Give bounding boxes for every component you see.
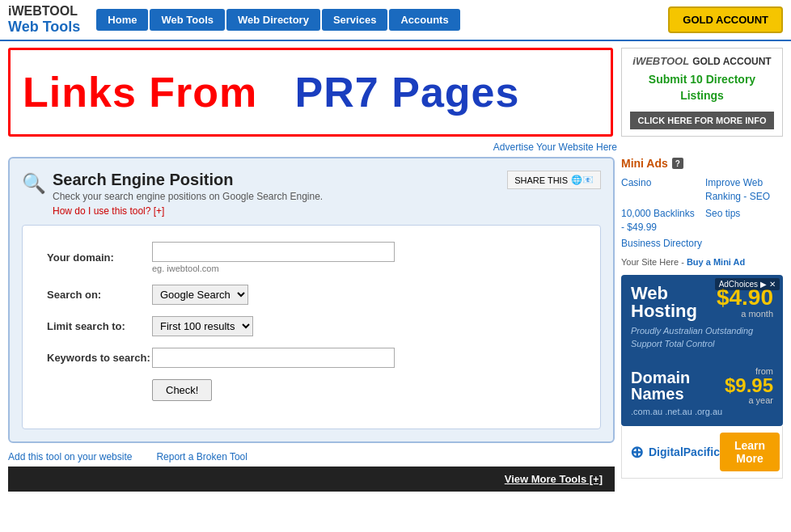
limit-row: Limit search to: First 10 resultsFirst 5…	[47, 316, 576, 336]
logo-brand: iWEBTOOL	[8, 4, 78, 18]
limit-select[interactable]: First 10 resultsFirst 50 resultsFirst 10…	[152, 316, 253, 336]
ad-choices-label: AdChoices ▶ ✕	[715, 278, 780, 290]
mini-ad-r1c1[interactable]: Seo tips	[705, 207, 783, 234]
dp-logo: ⊕ DigitalPacific	[630, 442, 720, 462]
ad-choices-icon: ▶	[760, 280, 767, 289]
logo-top: iWEBTOOL	[8, 4, 80, 19]
mini-ads-title: Mini Ads	[621, 157, 668, 170]
logo: iWEBTOOL Web Tools	[8, 4, 80, 36]
domain-control: eg. iwebtool.com	[152, 242, 395, 273]
check-row: Check!	[47, 379, 576, 401]
gold-account-button[interactable]: GOLD ACCOUNT	[668, 6, 783, 33]
domain-tlds: .com.au .net.au .org.au	[631, 407, 773, 416]
tool-help: How do I use this tool? [+]	[53, 205, 323, 217]
domain-per: a year	[725, 395, 773, 405]
domain-title: Domain Names	[631, 369, 725, 402]
advertise-link[interactable]: Advertise Your Website Here	[493, 141, 617, 153]
ad-box: AdChoices ▶ ✕ Web Hosting $4.90 a month …	[621, 275, 783, 426]
main-banner: Links From PR7 Pages	[8, 48, 613, 137]
hosting-desc: Proudly Australian Outstanding Support T…	[631, 325, 773, 350]
ad-choices-text: AdChoices	[719, 280, 758, 289]
banner-blue-text: PR7 Pages	[295, 69, 520, 116]
tool-title: Search Engine Position	[53, 171, 323, 189]
domain-row: Your domain: eg. iwebtool.com	[47, 242, 576, 273]
nav-item-nav-accounts[interactable]: Accounts	[389, 9, 459, 31]
domain-input[interactable]	[152, 242, 395, 262]
domain-row-ad: Domain Names from $9.95 a year	[631, 366, 773, 405]
nav-item-nav-home[interactable]: Home	[96, 9, 148, 31]
domain-price: $9.95	[725, 376, 773, 395]
tool-title-area: 🔍 Search Engine Position Check your sear…	[22, 171, 323, 217]
dp-icon: ⊕	[630, 442, 644, 462]
promo-button[interactable]: CLICK HERE FOR MORE INFO	[630, 112, 775, 129]
main-content: 🔍 Search Engine Position Check your sear…	[8, 157, 615, 492]
search-on-label: Search on:	[47, 289, 152, 301]
buy-mini-ad-link[interactable]: Buy a Mini Ad	[687, 257, 745, 267]
side-promo: iWEBTOOL GOLD ACCOUNT Submit 10 Director…	[621, 48, 783, 137]
tool-icon: 🔍	[22, 172, 46, 195]
share-icons: 🌐📧	[571, 175, 594, 185]
your-site-text: Your Site Here -	[621, 257, 687, 267]
advertise-row: Advertise Your Website Here	[0, 141, 791, 157]
content-row: 🔍 Search Engine Position Check your sear…	[0, 157, 791, 500]
tool-text-area: Search Engine Position Check your search…	[53, 171, 323, 217]
mini-ads-help-icon[interactable]: ?	[672, 158, 683, 169]
hosting-per: a month	[717, 309, 773, 319]
hosting-title: Web Hosting	[631, 285, 717, 320]
mini-ads-header: Mini Ads ?	[621, 157, 783, 170]
banner-title: Links From PR7 Pages	[23, 68, 519, 116]
limit-control: First 10 resultsFirst 50 resultsFirst 10…	[152, 316, 253, 336]
share-label: SHARE THIS	[514, 175, 568, 185]
keywords-row: Keywords to search:	[47, 348, 576, 368]
check-button[interactable]: Check!	[152, 379, 212, 401]
mini-ad-business-directory[interactable]: Business Directory	[621, 237, 783, 251]
search-on-control: Google SearchBingYahoo	[152, 285, 248, 305]
banner-row: Links From PR7 Pages iWEBTOOL GOLD ACCOU…	[0, 41, 791, 141]
domain-price-area: from $9.95 a year	[725, 366, 773, 405]
promo-account-type: GOLD ACCOUNT	[692, 56, 772, 67]
domain-label: Your domain:	[47, 251, 152, 264]
your-site-row: Your Site Here - Buy a Mini Ad	[621, 257, 783, 267]
mini-ad-r0c0[interactable]: Casino	[621, 176, 699, 204]
report-tool-link[interactable]: Report a Broken Tool	[156, 451, 247, 462]
nav-item-nav-webdirectory[interactable]: Web Directory	[226, 9, 320, 31]
search-on-select[interactable]: Google SearchBingYahoo	[152, 285, 248, 305]
dp-row: ⊕ DigitalPacific Learn More	[621, 426, 783, 479]
logo-bottom: Web Tools	[8, 19, 80, 36]
promo-header: iWEBTOOL GOLD ACCOUNT	[628, 55, 776, 67]
learn-more-button[interactable]: Learn More	[720, 433, 780, 471]
tool-footer: Add this tool on your website Report a B…	[8, 443, 615, 467]
domain-hint: eg. iwebtool.com	[152, 264, 395, 273]
tool-header: 🔍 Search Engine Position Check your sear…	[22, 171, 601, 217]
header: iWEBTOOL Web Tools HomeWeb ToolsWeb Dire…	[0, 0, 791, 41]
tool-subtitle-text: Check your search engine positions on Go…	[53, 191, 323, 202]
limit-label: Limit search to:	[47, 320, 152, 332]
nav-item-nav-webtools[interactable]: Web Tools	[150, 9, 225, 31]
keywords-label: Keywords to search:	[47, 352, 152, 364]
tool-help-link[interactable]: How do I use this tool? [+]	[53, 205, 164, 217]
tool-form: Your domain: eg. iwebtool.com Search on:…	[22, 225, 601, 429]
promo-body: Submit 10 Directory Listings	[628, 72, 776, 103]
tool-box: 🔍 Search Engine Position Check your sear…	[8, 157, 615, 443]
promo-brand: iWEBTOOL	[632, 55, 689, 67]
keywords-control	[152, 348, 395, 368]
banner-red-text: Links From	[23, 69, 257, 116]
ad-close-icon[interactable]: ✕	[769, 280, 776, 289]
mini-ads-grid: CasinoImprove Web Ranking - SEO10,000 Ba…	[621, 176, 783, 251]
hosting-price-area: $4.90 a month	[717, 286, 773, 319]
bottom-bar: View More Tools [+]	[8, 467, 615, 492]
keywords-input[interactable]	[152, 348, 395, 368]
add-tool-link[interactable]: Add this tool on your website	[8, 451, 132, 462]
nav-item-nav-services[interactable]: Services	[322, 9, 388, 31]
main-nav: HomeWeb ToolsWeb DirectoryServicesAccoun…	[96, 9, 668, 31]
dp-name: DigitalPacific	[649, 445, 720, 458]
mini-ad-r1c0[interactable]: 10,000 Backlinks - $49.99	[621, 207, 699, 234]
search-on-row: Search on: Google SearchBingYahoo	[47, 285, 576, 305]
mini-ad-r0c1[interactable]: Improve Web Ranking - SEO	[705, 176, 783, 204]
tool-subtitle: Check your search engine positions on Go…	[53, 191, 323, 202]
view-more-link[interactable]: View More Tools [+]	[505, 473, 603, 485]
sidebar: Mini Ads ? CasinoImprove Web Ranking - S…	[621, 157, 783, 492]
share-button[interactable]: SHARE THIS 🌐📧	[507, 171, 601, 189]
